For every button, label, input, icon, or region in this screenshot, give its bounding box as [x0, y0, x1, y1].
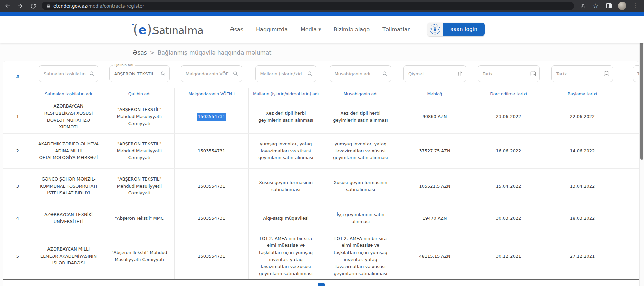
nav-item-telimatlar[interactable]: Təlimatlar — [382, 26, 410, 33]
breadcrumb-current: Bağlanmış müqavilə haqqında məlumat — [158, 49, 271, 56]
cell-published: 23.06.2022 — [472, 100, 545, 133]
cell-buyer: AKADEMİK ZƏRİFƏ ƏLİYEVA ADINA MİLLİ OFTA… — [33, 134, 104, 168]
breadcrumb-separator: > — [150, 49, 155, 56]
cell-goods: Xüsusi geyim formasının satınalınması — [248, 169, 323, 204]
search-icon — [307, 71, 313, 77]
cell-number: 2 — [3, 134, 33, 168]
cell-winner: "ABŞERON TEKSTİL" Məhdud Məsuliyyətli Cə… — [104, 134, 174, 168]
cell-voen: 1503554731 — [174, 204, 248, 233]
cell-buyer: AZƏRBAYCAN TEXNİKİ UNİVERSİTETİ — [33, 204, 104, 233]
cell-winner: "ABŞERON TEKSTİL" Məhdud Məsuliyyətli Cə… — [104, 169, 174, 204]
filter-winner[interactable]: Qalibin adı — [109, 65, 170, 82]
browser-menu-icon[interactable]: ⋮ — [631, 2, 639, 10]
url-path: /media/contracts-register — [87, 3, 144, 9]
manat-icon — [458, 71, 463, 77]
column-header-amount[interactable]: Məbləğ — [398, 88, 472, 100]
side-panel-icon[interactable] — [605, 2, 613, 10]
cell-number: 4 — [3, 204, 33, 233]
column-header-buyer[interactable]: Satınalan təşkilatın adı — [33, 88, 104, 100]
site-header: (e) Satınalma Əsas Haqqımızda Media▼ Biz… — [0, 16, 644, 43]
share-icon[interactable] — [579, 2, 587, 10]
filter-goods[interactable] — [255, 65, 316, 82]
cell-buyer: AZƏRBAYCAN RESPUBLİKASI XÜSUSİ DÖVLƏT MÜ… — [33, 100, 104, 133]
logo-dot — [132, 24, 134, 25]
calendar-icon — [604, 71, 609, 77]
cell-amount: 48115.15 AZN — [398, 233, 472, 279]
forward-icon[interactable] — [16, 2, 24, 10]
filter-date-end-input[interactable] — [633, 71, 639, 76]
cell-amount: 90860 AZN — [398, 100, 472, 133]
cell-start: 13.04.2022 — [545, 169, 619, 204]
cell-goods: yumşaq inventar, yataq ləvazimatları və … — [248, 134, 323, 168]
filter-buyer[interactable] — [39, 65, 98, 82]
search-icon — [89, 71, 95, 77]
scrollbar-thumb[interactable] — [640, 39, 643, 160]
column-header-number: # — [3, 74, 33, 82]
cell-published: 30.12.2021 — [472, 233, 545, 279]
cell-tender: Xəz dəri tipli hərbi geyimlərin satın al… — [323, 100, 398, 133]
cell-start: 22.06.2022 — [545, 100, 619, 133]
search-icon — [382, 71, 388, 77]
address-bar[interactable]: etender.gov.az/media/contracts-register — [42, 2, 574, 10]
column-header-goods[interactable]: Malların (işlərin/xidmətlərin) adı — [248, 88, 323, 100]
table-row: 4 AZƏRBAYCAN TEXNİKİ UNİVERSİTETİ "Abşer… — [3, 204, 639, 233]
table-row: 1 AZƏRBAYCAN RESPUBLİKASI XÜSUSİ DÖVLƏT … — [3, 100, 639, 133]
cell-published: 16.06.2022 — [472, 134, 545, 168]
cell-voen: 1503554731 — [174, 100, 248, 133]
breadcrumb-home[interactable]: Əsas — [133, 49, 147, 56]
column-header-voen[interactable]: Malgöndərənin VÖEN-i — [174, 88, 248, 100]
cell-start: 14.06.2022 — [545, 134, 619, 168]
filter-date-start[interactable] — [551, 65, 613, 82]
lock-icon — [46, 4, 51, 8]
reload-icon[interactable] — [29, 2, 37, 10]
voen-selected-text: 1503554731 — [197, 113, 226, 121]
asan-login-button[interactable]: asan login — [427, 23, 485, 36]
filter-voen[interactable] — [181, 65, 242, 82]
cell-amount: 105521.5 AZN — [398, 169, 472, 204]
cell-tender: yumşaq inventar, yataq ləvazimatları və … — [323, 134, 398, 168]
back-icon[interactable] — [3, 2, 11, 10]
cell-tender: Xüsusi geyim formasının satınalınması — [323, 169, 398, 204]
cell-winner: "Abşeron Tekstil" MMC — [104, 204, 174, 233]
url-host: etender.gov.az — [53, 3, 87, 9]
nav-item-bizimle-elaqe[interactable]: Bizimlə əlaqə — [334, 26, 370, 33]
logo-dot — [152, 33, 154, 34]
cell-goods: LOT-2. AMEA-nın bir sıra elmi müəssisə v… — [248, 233, 323, 279]
browser-toolbar: etender.gov.az/media/contracts-register … — [0, 0, 644, 12]
contracts-register-card: # Qalibin adı — [3, 61, 639, 286]
cell-published: 30.03.2022 — [472, 204, 545, 233]
nav-item-haqqimizda[interactable]: Haqqımızda — [256, 26, 288, 33]
cell-tender: İşçi geyimlərinin satın alınması — [323, 204, 398, 233]
filter-price[interactable] — [403, 65, 466, 82]
table-row: 2 AKADEMİK ZƏRİFƏ ƏLİYEVA ADINA MİLLİ OF… — [3, 133, 639, 168]
calendar-icon — [530, 71, 536, 77]
pagination-page-button[interactable] — [318, 283, 325, 286]
cell-number: 3 — [3, 169, 33, 204]
column-header-start[interactable]: Başlama tarixi — [545, 88, 619, 100]
table-row: 3 GƏNCƏ ŞƏHƏR MƏNZİL-KOMMUNAL TƏSƏRRÜFAT… — [3, 168, 639, 204]
cell-buyer: GƏNCƏ ŞƏHƏR MƏNZİL-KOMMUNAL TƏSƏRRÜFATI … — [33, 169, 104, 204]
table-header-row: Satınalan təşkilatın adı Qalibin adı Mal… — [3, 88, 639, 100]
scrollbar-track[interactable] — [639, 16, 644, 286]
profile-avatar[interactable] — [618, 2, 626, 10]
nav-item-media[interactable]: Media▼ — [301, 26, 321, 33]
cell-start: 18.03.2022 — [545, 204, 619, 233]
search-icon — [233, 71, 238, 77]
column-header-winner[interactable]: Qalibin adı — [104, 88, 174, 100]
cell-buyer: AZƏRBAYCAN MİLLİ ELMLƏR AKADEMİYASININ İ… — [33, 233, 104, 279]
esatinalma-logo[interactable]: (e) Satınalma — [133, 22, 217, 37]
nav-item-esas[interactable]: Əsas — [230, 26, 243, 33]
asan-login-label: asan login — [443, 23, 485, 36]
filter-price-input[interactable] — [404, 71, 466, 76]
bookmark-star-icon[interactable]: ☆ — [592, 2, 600, 10]
cell-winner: "Abşeron Tekstil" Məhdud Məsuliyyətli Cə… — [104, 233, 174, 279]
search-icon — [160, 71, 166, 77]
column-header-published[interactable]: Dərc edilmə tarixi — [472, 88, 545, 100]
filter-date-end[interactable] — [633, 65, 639, 82]
column-header-tender[interactable]: Musabiqənin adı — [323, 88, 398, 100]
filter-winner-label: Qalibin adı — [113, 63, 135, 67]
filter-date-published[interactable] — [478, 65, 540, 82]
cell-amount: 19470 AZN — [398, 204, 472, 233]
cell-voen: 1503554731 — [174, 233, 248, 279]
filter-tender[interactable] — [330, 65, 391, 82]
